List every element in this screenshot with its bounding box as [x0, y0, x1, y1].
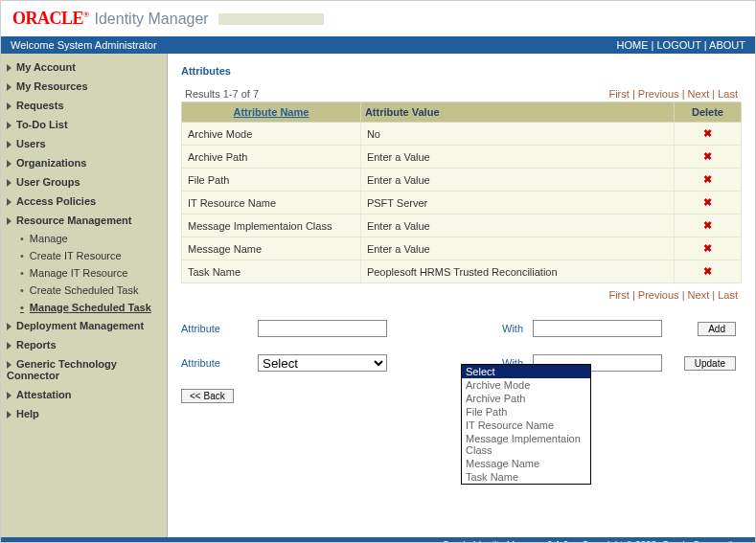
sidebar-item-label: Help: [16, 408, 39, 419]
arrow-right-icon: [7, 141, 11, 148]
sidebar-item-label: User Groups: [16, 176, 80, 188]
attr-value-cell: Peoplesoft HRMS Trusted Reconciliation: [360, 260, 674, 283]
app-title: Identity Manager: [95, 11, 209, 28]
results-count: Results 1-7 of 7: [185, 88, 259, 100]
sidebar-item-label: Reports: [16, 339, 57, 351]
sidebar-item[interactable]: Deployment Management: [1, 316, 167, 335]
pager-previous[interactable]: Previous: [638, 289, 679, 301]
attr-value-cell: No: [360, 123, 674, 146]
sidebar-item[interactable]: Users: [1, 134, 167, 153]
oracle-logo: ORACLE®: [12, 9, 89, 29]
about-link[interactable]: ABOUT: [709, 39, 745, 51]
sidebar-item-label: To-Do List: [16, 119, 68, 130]
sidebar-item[interactable]: Organizations: [1, 153, 167, 172]
delete-icon[interactable]: ✖: [674, 215, 741, 238]
sidebar-item[interactable]: User Groups: [1, 172, 167, 192]
pager-last[interactable]: Last: [718, 289, 738, 301]
pager-previous[interactable]: Previous: [638, 88, 679, 100]
attribute-select[interactable]: Select: [258, 354, 387, 372]
sidebar-sub-item[interactable]: Create Scheduled Task: [20, 282, 167, 299]
delete-icon[interactable]: ✖: [674, 146, 741, 169]
table-row: File PathEnter a Value✖: [182, 169, 742, 192]
dropdown-option[interactable]: Archive Path: [462, 392, 590, 405]
sidebar-sub-item[interactable]: Manage Scheduled Task: [20, 299, 167, 316]
sidebar-item[interactable]: Resource Management: [1, 211, 167, 230]
table-row: Message NameEnter a Value✖: [182, 238, 742, 260]
arrow-right-icon: [7, 64, 11, 72]
sidebar-item-label: My Account: [16, 61, 76, 73]
add-attribute-row: Attribute With Add: [181, 320, 742, 337]
col-attribute-name[interactable]: Attribute Name: [182, 102, 361, 123]
sidebar-item[interactable]: My Account: [1, 57, 167, 77]
delete-icon[interactable]: ✖: [674, 238, 741, 260]
sidebar-sub-item[interactable]: Manage IT Resource: [20, 264, 167, 282]
sidebar-item[interactable]: My Resources: [1, 77, 167, 96]
sidebar-item[interactable]: Generic Technology Connector: [1, 354, 167, 385]
sidebar-item[interactable]: Requests: [1, 96, 167, 115]
sidebar-sub-item[interactable]: Manage: [20, 230, 167, 247]
welcome-bar: Welcome System Administrator HOME | LOGO…: [1, 36, 755, 54]
logout-link[interactable]: LOGOUT: [656, 39, 700, 51]
dropdown-option[interactable]: Archive Mode: [462, 378, 590, 392]
dropdown-option[interactable]: Task Name: [462, 470, 590, 484]
sidebar-item[interactable]: To-Do List: [1, 115, 167, 134]
arrow-right-icon: [7, 323, 11, 330]
table-row: Message Implementaion ClassEnter a Value…: [182, 215, 742, 238]
arrow-right-icon: [7, 342, 11, 350]
home-link[interactable]: HOME: [616, 39, 648, 51]
pager-first[interactable]: First: [608, 88, 629, 100]
attr-value-cell: Enter a Value: [360, 169, 674, 192]
pager-next[interactable]: Next: [688, 88, 710, 100]
attr-name-cell: File Path: [182, 169, 361, 192]
col-attribute-value: Attribute Value: [360, 102, 674, 123]
attr-name-cell: Message Implementaion Class: [182, 215, 361, 238]
sidebar-item[interactable]: Attestation: [1, 385, 167, 404]
dropdown-option[interactable]: File Path: [462, 405, 590, 419]
attr-name-cell: Archive Mode: [182, 123, 361, 146]
update-button[interactable]: Update: [684, 356, 736, 371]
attr-value-cell: Enter a Value: [360, 146, 674, 169]
arrow-right-icon: [7, 392, 11, 399]
attr-name-cell: Message Name: [182, 238, 361, 260]
pager-next[interactable]: Next: [688, 289, 710, 301]
dropdown-option[interactable]: IT Resource Name: [462, 419, 590, 432]
with-label: With: [502, 323, 523, 334]
table-row: Archive ModeNo✖: [182, 123, 742, 146]
attribute-name-input[interactable]: [258, 320, 387, 337]
arrow-right-icon: [7, 83, 11, 91]
attribute-label: Attribute: [181, 323, 248, 334]
delete-icon[interactable]: ✖: [674, 123, 741, 146]
dropdown-option[interactable]: Message Implementaion Class: [462, 432, 590, 457]
attr-value-cell: Enter a Value: [360, 215, 674, 238]
delete-icon[interactable]: ✖: [674, 192, 741, 215]
attr-name-cell: Task Name: [182, 260, 361, 283]
attr-value-cell: PSFT Server: [360, 192, 674, 215]
attribute-value-input[interactable]: [533, 320, 662, 337]
arrow-right-icon: [7, 160, 11, 168]
table-row: Task NamePeoplesoft HRMS Trusted Reconci…: [182, 260, 742, 283]
footer: Oracle Identity Manager 9.1.0 Copyright …: [1, 537, 755, 543]
dropdown-option[interactable]: Message Name: [462, 457, 590, 470]
sidebar-sub-item[interactable]: Create IT Resource: [20, 247, 167, 264]
delete-icon[interactable]: ✖: [674, 169, 741, 192]
header-links: HOME | LOGOUT | ABOUT: [616, 39, 745, 51]
attr-name-cell: Archive Path: [182, 146, 361, 169]
arrow-right-icon: [7, 179, 11, 187]
delete-icon[interactable]: ✖: [674, 260, 741, 283]
sidebar-item[interactable]: Access Policies: [1, 192, 167, 211]
main-content: Attributes Results 1-7 of 7 First | Prev…: [168, 54, 755, 537]
add-button[interactable]: Add: [698, 322, 736, 336]
back-button[interactable]: << Back: [181, 389, 234, 403]
pager-last[interactable]: Last: [718, 88, 738, 100]
pager-first[interactable]: First: [608, 289, 629, 301]
sidebar-item-label: Generic Technology Connector: [7, 358, 117, 381]
sidebar-item-label: Organizations: [16, 157, 86, 169]
sidebar-item[interactable]: Help: [1, 404, 167, 423]
table-row: Archive PathEnter a Value✖: [182, 146, 742, 169]
page-title: Attributes: [181, 65, 742, 77]
dropdown-option[interactable]: Select: [462, 365, 590, 378]
attribute-dropdown-list[interactable]: SelectArchive ModeArchive PathFile PathI…: [461, 364, 591, 485]
sidebar-item[interactable]: Reports: [1, 335, 167, 354]
sidebar-item-label: Deployment Management: [16, 320, 144, 331]
pager-bottom: First | Previous | Next | Last: [608, 289, 738, 301]
